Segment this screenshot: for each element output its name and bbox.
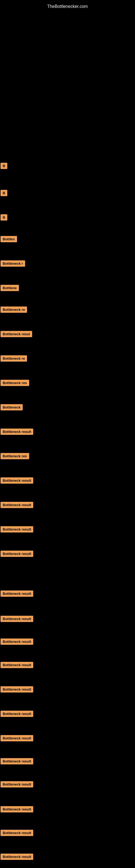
bottleneck-result-label-4: Bottlen <box>1 236 17 242</box>
bottleneck-result-label-12: Bottleneck result <box>1 429 33 435</box>
bottleneck-result-label-21: Bottleneck result <box>1 662 33 668</box>
bottleneck-result-label-16: Bottleneck result <box>1 526 33 532</box>
bottleneck-result-label-2: B <box>1 190 7 196</box>
site-title: TheBottlenecker.com <box>0 1 135 12</box>
bottleneck-result-label-8: Bottleneck resul <box>1 331 32 337</box>
bottleneck-result-label-20: Bottleneck result <box>1 639 33 645</box>
bottleneck-result-label-3: B <box>1 214 7 220</box>
bottleneck-result-label-24: Bottleneck result <box>1 735 33 741</box>
bottleneck-result-label-26: Bottleneck result <box>1 781 33 787</box>
bottleneck-result-label-14: Bottleneck result <box>1 477 33 484</box>
bottleneck-result-label-25: Bottleneck result <box>1 758 33 764</box>
bottleneck-result-label-22: Bottleneck result <box>1 686 33 692</box>
bottleneck-result-label-1: B <box>1 163 7 169</box>
bottleneck-result-label-10: Bottleneck res <box>1 380 29 386</box>
bottleneck-result-label-7: Bottleneck re <box>1 307 27 313</box>
bottleneck-result-label-9: Bottleneck re <box>1 355 27 362</box>
bottleneck-result-label-6: Bottlene <box>1 285 19 291</box>
bottleneck-result-label-28: Bottleneck result <box>1 830 33 836</box>
bottleneck-result-label-27: Bottleneck result <box>1 806 33 812</box>
bottleneck-result-label-13: Bottleneck res <box>1 453 29 459</box>
bottleneck-result-label-11: Bottleneck <box>1 404 23 410</box>
bottleneck-result-label-29: Bottleneck result <box>1 854 33 860</box>
bottleneck-result-label-5: Bottleneck r <box>1 260 25 267</box>
bottleneck-result-label-18: Bottleneck result <box>1 590 33 597</box>
bottleneck-result-label-19: Bottleneck result <box>1 616 33 622</box>
bottleneck-result-label-17: Bottleneck result <box>1 551 33 557</box>
bottleneck-result-label-23: Bottleneck result <box>1 711 33 717</box>
bottleneck-result-label-15: Bottleneck result <box>1 502 33 508</box>
